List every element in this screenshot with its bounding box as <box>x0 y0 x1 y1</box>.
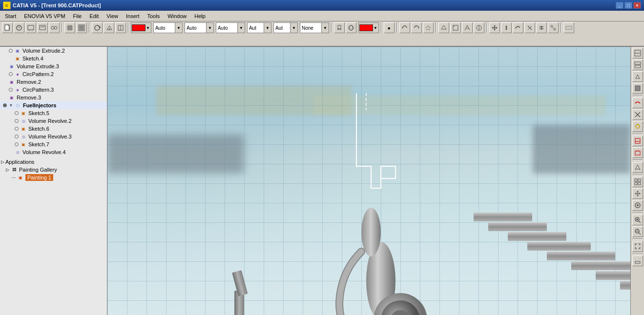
tree-icon-folder: ⬡ <box>14 102 22 109</box>
toolbar-btn-3d-3[interactable] <box>462 22 473 33</box>
toolbar-btn-new[interactable] <box>2 22 13 33</box>
combo-auto-1[interactable]: Auto ▼ <box>153 22 183 33</box>
tree-item-vol-revolve3[interactable]: ◎ Volume Revolve.3 <box>0 133 107 140</box>
toolbar-btn-rotate2[interactable] <box>513 22 523 33</box>
tree-item-sketch4[interactable]: ▣ Sketch.4 <box>0 55 107 62</box>
menu-start[interactable]: Start <box>1 12 20 20</box>
tree-item-sketch6[interactable]: ▣ Sketch.6 <box>0 125 107 133</box>
toolbar-btn-grid2[interactable] <box>76 22 87 33</box>
right-btn-orbit[interactable] <box>632 200 643 211</box>
right-btn-3[interactable] <box>632 71 643 82</box>
right-btn-8[interactable] <box>632 136 643 146</box>
toolbar-btn-pan[interactable] <box>501 22 512 33</box>
toolbar-btn-3d-2[interactable] <box>450 22 461 33</box>
tree-item-sketch5[interactable]: ▣ Sketch.5 <box>0 109 107 117</box>
left-panel: ▣ Volume Extrude.2 ▣ Sketch.4 ▣ Volume E… <box>0 47 107 315</box>
combo-aut-1[interactable]: Aut ▼ <box>247 22 271 33</box>
toolbar-btn-sphere[interactable] <box>346 22 356 33</box>
svg-point-30 <box>350 25 353 30</box>
toolbar-btn-tool3[interactable] <box>115 22 126 33</box>
tree-item-vol-extrude3[interactable]: ▣ Volume Extrude.3 <box>0 62 107 70</box>
svg-rect-54 <box>566 26 572 29</box>
tree-section-applications[interactable]: ▷ Applications <box>0 158 107 166</box>
tree-item-vol-revolve2[interactable]: ◎ Volume Revolve.2 <box>0 117 107 125</box>
right-btn-1[interactable] <box>632 48 643 59</box>
toolbar-btn-tool2[interactable] <box>104 22 114 33</box>
combo-auto-2[interactable]: Auto ▼ <box>185 22 214 33</box>
color-swatch-1[interactable]: ▼ <box>131 22 151 33</box>
toolbar-btn-2[interactable] <box>14 22 24 33</box>
menu-insert[interactable]: Insert <box>122 12 144 20</box>
right-btn-2[interactable] <box>632 59 643 70</box>
toolbar-btn-grid1[interactable] <box>64 22 75 33</box>
tree-item-painting1[interactable]: ▣ Painting 1 <box>0 174 107 181</box>
tree-dot <box>15 135 19 138</box>
toolbar-btn-snap[interactable]: ● <box>384 22 395 33</box>
tree-item-circ3[interactable]: ◈ CircPattern.3 <box>0 86 107 94</box>
right-btn-6[interactable] <box>632 109 643 120</box>
tree-item-remove3[interactable]: ▣ Remove.3 <box>0 94 107 101</box>
section-expand-icon: ▷ <box>1 159 4 164</box>
svg-rect-78 <box>635 179 637 181</box>
toolbar-btn-3d-4[interactable] <box>474 22 484 33</box>
combo-auto-3[interactable]: Auto ▼ <box>216 22 245 33</box>
toolbar-btn-last[interactable] <box>563 22 574 33</box>
svg-rect-67 <box>635 65 641 68</box>
right-btn-4[interactable] <box>632 83 643 94</box>
menu-file[interactable]: File <box>69 12 86 20</box>
app-icon: C <box>3 1 11 9</box>
toolbar-btn-3d-1[interactable] <box>438 22 449 33</box>
tree-item-circ2[interactable]: ◈ CircPattern.2 <box>0 70 107 78</box>
color-swatch-2[interactable]: ▼ <box>358 22 379 33</box>
toolbar-btn-rotate[interactable] <box>92 22 103 33</box>
right-toolbar <box>630 47 644 315</box>
toolbar-btn-t2[interactable] <box>536 22 547 33</box>
toolbar-btn-t1[interactable] <box>524 22 535 33</box>
tree-item-vol-revolve4[interactable]: ◎ Volume Revolve.4 <box>0 148 107 156</box>
right-btn-zoomin[interactable] <box>632 215 643 225</box>
tree-label: Sketch.6 <box>28 126 49 132</box>
right-btn-10[interactable] <box>632 162 643 173</box>
right-btn-arrows[interactable] <box>632 188 643 199</box>
toolbar-btn-4[interactable] <box>37 22 48 33</box>
toolbar-btn-3[interactable] <box>25 22 36 33</box>
right-btn-7[interactable] <box>632 121 643 132</box>
right-btn-fit[interactable] <box>632 241 643 252</box>
menu-edit[interactable]: Edit <box>85 12 103 20</box>
combo-aut-2[interactable]: Aut ▼ <box>273 22 298 33</box>
svg-line-53 <box>553 27 554 28</box>
menu-tools[interactable]: Tools <box>143 12 164 20</box>
title-controls[interactable]: _ □ × <box>616 2 641 9</box>
svg-marker-99 <box>635 247 637 249</box>
menu-help[interactable]: Help <box>190 12 209 20</box>
toolbar-btn-star[interactable] <box>423 22 434 33</box>
toolbar-btn-t3[interactable] <box>548 22 559 33</box>
fin-8 <box>620 281 630 290</box>
toolbar-btn-paint[interactable] <box>334 22 345 33</box>
maximize-button[interactable]: □ <box>624 2 632 9</box>
right-btn-zoomout[interactable] <box>632 226 643 237</box>
tree-item-sketch7[interactable]: ▣ Sketch.7 <box>0 140 107 148</box>
toolbar-btn-5[interactable] <box>49 22 60 33</box>
tree-item-painting-gallery[interactable]: ▷ 🖼 Painting Gallery <box>0 166 107 174</box>
close-button[interactable]: × <box>633 2 641 9</box>
menu-window[interactable]: Window <box>164 12 190 20</box>
right-btn-grid[interactable] <box>632 177 643 187</box>
tree-icon-sketch: ▣ <box>20 110 27 117</box>
tree-item-remove2[interactable]: ▣ Remove.2 <box>0 78 107 86</box>
minimize-button[interactable]: _ <box>616 2 623 9</box>
tree-item-fuel-injectors[interactable]: ▼ ⬡ FuelInjectors <box>0 101 107 109</box>
svg-marker-100 <box>639 247 640 249</box>
viewport[interactable]: x y z <box>107 47 630 315</box>
combo-none[interactable]: None ▼ <box>300 22 329 33</box>
toolbar-btn-undo[interactable] <box>399 22 410 33</box>
menu-view[interactable]: View <box>103 12 122 20</box>
menu-enovia[interactable]: ENOVIA V5 VPM <box>20 12 69 20</box>
right-btn-9[interactable] <box>632 147 643 158</box>
toolbar-btn-redo[interactable] <box>411 22 422 33</box>
toolbar-btn-move[interactable] <box>489 22 500 33</box>
right-btn-5[interactable] <box>632 98 643 108</box>
tree-item-vol-extrude2[interactable]: ▣ Volume Extrude.2 <box>0 47 107 55</box>
right-btn-bottom[interactable] <box>632 256 643 266</box>
tree-label: Volume Extrude.2 <box>22 48 65 54</box>
